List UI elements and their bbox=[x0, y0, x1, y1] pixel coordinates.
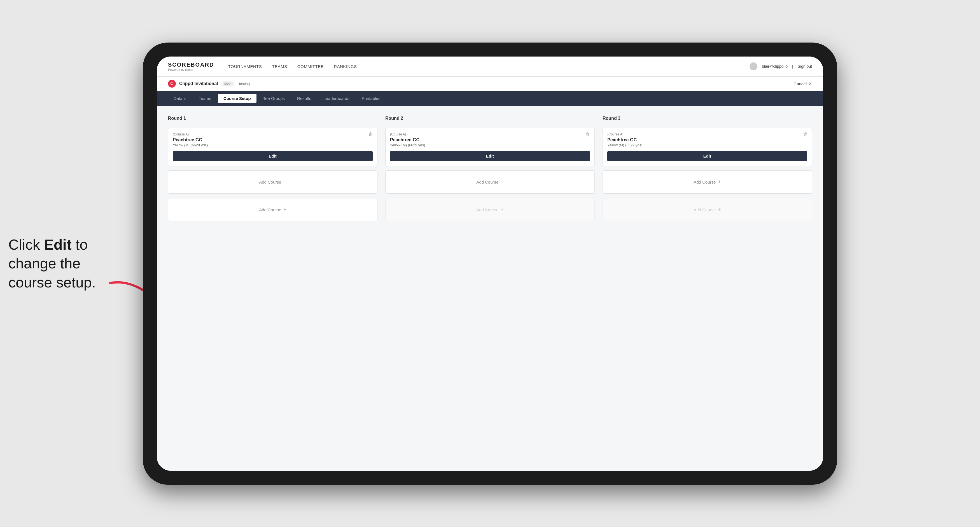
round-3-course-name: Peachtree GC bbox=[607, 137, 807, 143]
round-1-delete-icon[interactable]: 🗑 bbox=[368, 131, 374, 137]
tab-course-setup[interactable]: Course Setup bbox=[218, 94, 256, 103]
round-1-add-course-1[interactable]: Add Course + bbox=[168, 170, 377, 194]
round-1-column: Round 1 🗑 (Course A) Peachtree GC Yellow… bbox=[168, 116, 377, 221]
round-2-course-label: (Course A) bbox=[390, 132, 590, 136]
cancel-button[interactable]: Cancel ✕ bbox=[794, 81, 812, 86]
add-plus-icon-r2-1: + bbox=[501, 179, 504, 185]
rounds-grid: Round 1 🗑 (Course A) Peachtree GC Yellow… bbox=[168, 116, 812, 221]
instruction-bold: Edit bbox=[44, 236, 72, 252]
tournament-name: Clippd Invitational bbox=[179, 81, 218, 86]
round-3-add-course-1[interactable]: Add Course + bbox=[603, 170, 812, 194]
nav-left: SCOREBOARD Powered by clippd TOURNAMENTS… bbox=[168, 62, 357, 71]
round-2-add-course-1[interactable]: Add Course + bbox=[385, 170, 595, 194]
add-plus-icon-r1-1: + bbox=[283, 179, 286, 185]
instruction-prefix: Click bbox=[8, 236, 44, 252]
tablet-device: SCOREBOARD Powered by clippd TOURNAMENTS… bbox=[143, 43, 837, 485]
round-3-column: Round 3 🗑 (Course A) Peachtree GC Yellow… bbox=[603, 116, 812, 221]
nav-right: blair@clippd.io | Sign out bbox=[749, 62, 812, 70]
add-plus-icon-r3-1: + bbox=[718, 179, 721, 185]
round-1-edit-button[interactable]: Edit bbox=[173, 151, 373, 161]
add-plus-icon-r2-2: + bbox=[501, 207, 504, 213]
hosting-badge: Hosting bbox=[237, 82, 250, 86]
tab-teams[interactable]: Teams bbox=[193, 94, 217, 103]
round-3-edit-button[interactable]: Edit bbox=[607, 151, 807, 161]
round-1-course-details: Yellow (M) (6629 yds) bbox=[173, 143, 373, 147]
close-icon: ✕ bbox=[808, 81, 812, 86]
tournament-gender-badge: Men bbox=[221, 81, 234, 86]
round-1-course-label: (Course A) bbox=[173, 132, 373, 136]
round-2-course-name: Peachtree GC bbox=[390, 137, 590, 143]
round-3-course-details: Yellow (M) (6629 yds) bbox=[607, 143, 807, 147]
nav-separator: | bbox=[792, 64, 793, 68]
nav-rankings[interactable]: RANKINGS bbox=[334, 64, 357, 69]
scoreboard-logo: SCOREBOARD Powered by clippd bbox=[168, 62, 214, 71]
round-2-course-card: 🗑 (Course A) Peachtree GC Yellow (M) (66… bbox=[385, 128, 595, 166]
nav-teams[interactable]: TEAMS bbox=[272, 64, 287, 69]
round-2-column: Round 2 🗑 (Course A) Peachtree GC Yellow… bbox=[385, 116, 595, 221]
user-avatar bbox=[749, 62, 757, 70]
tabs-bar: Details Teams Course Setup Tee Groups Re… bbox=[157, 91, 823, 106]
add-plus-icon-r3-2: + bbox=[718, 207, 721, 213]
round-1-add-course-2[interactable]: Add Course + bbox=[168, 198, 377, 221]
main-content: Round 1 🗑 (Course A) Peachtree GC Yellow… bbox=[157, 106, 823, 471]
nav-links: TOURNAMENTS TEAMS COMMITTEE RANKINGS bbox=[228, 64, 357, 69]
scoreboard-subtitle: Powered by clippd bbox=[168, 68, 214, 71]
round-1-course-card: 🗑 (Course A) Peachtree GC Yellow (M) (66… bbox=[168, 128, 377, 166]
tab-tee-groups[interactable]: Tee Groups bbox=[258, 94, 291, 103]
round-2-delete-icon[interactable]: 🗑 bbox=[585, 131, 591, 137]
round-2-course-details: Yellow (M) (6629 yds) bbox=[390, 143, 590, 147]
tablet-screen: SCOREBOARD Powered by clippd TOURNAMENTS… bbox=[157, 57, 823, 471]
round-3-title: Round 3 bbox=[603, 116, 812, 121]
tournament-bar: C Clippd Invitational Men Hosting Cancel… bbox=[157, 77, 823, 91]
round-2-add-course-2: Add Course + bbox=[385, 198, 595, 221]
tab-details[interactable]: Details bbox=[168, 94, 192, 103]
round-1-course-name: Peachtree GC bbox=[173, 137, 373, 143]
nav-tournaments[interactable]: TOURNAMENTS bbox=[228, 64, 262, 69]
tournament-left: C Clippd Invitational Men Hosting bbox=[168, 80, 250, 87]
instruction-text: Click Edit tochange thecourse setup. bbox=[8, 235, 96, 292]
scoreboard-title: SCOREBOARD bbox=[168, 62, 214, 68]
round-3-course-card: 🗑 (Course A) Peachtree GC Yellow (M) (66… bbox=[603, 128, 812, 166]
sign-out-link[interactable]: Sign out bbox=[798, 64, 812, 68]
round-2-edit-button[interactable]: Edit bbox=[390, 151, 590, 161]
round-3-course-label: (Course A) bbox=[607, 132, 807, 136]
user-email: blair@clippd.io bbox=[762, 64, 788, 68]
round-1-title: Round 1 bbox=[168, 116, 377, 121]
tab-printables[interactable]: Printables bbox=[356, 94, 386, 103]
nav-committee[interactable]: COMMITTEE bbox=[298, 64, 324, 69]
add-plus-icon-r1-2: + bbox=[283, 207, 286, 213]
round-3-add-course-2: Add Course + bbox=[603, 198, 812, 221]
round-2-title: Round 2 bbox=[385, 116, 595, 121]
top-navbar: SCOREBOARD Powered by clippd TOURNAMENTS… bbox=[157, 57, 823, 77]
clippd-logo-icon: C bbox=[168, 80, 176, 87]
tab-results[interactable]: Results bbox=[291, 94, 317, 103]
round-3-delete-icon[interactable]: 🗑 bbox=[802, 131, 808, 137]
tab-leaderboards[interactable]: Leaderboards bbox=[318, 94, 355, 103]
